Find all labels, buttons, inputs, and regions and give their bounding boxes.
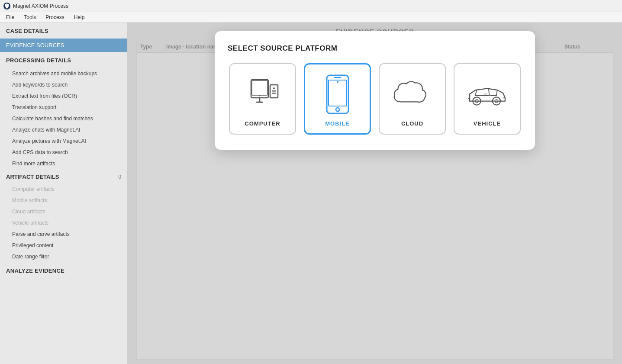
platform-options: COMPUTER xyxy=(228,63,522,135)
sidebar-item-extract-text[interactable]: Extract text from files (OCR) xyxy=(0,90,127,102)
platform-cloud[interactable]: CLOUD xyxy=(379,63,446,135)
app-icon xyxy=(3,3,10,10)
mobile-label: MOBILE xyxy=(325,120,350,127)
sidebar: CASE DETAILS EVIDENCE SOURCES PROCESSING… xyxy=(0,23,128,364)
svg-point-11 xyxy=(336,108,339,111)
modal-title: SELECT SOURCE PLATFORM xyxy=(228,44,522,53)
cloud-label: CLOUD xyxy=(401,120,423,127)
select-platform-modal: SELECT SOURCE PLATFORM xyxy=(215,31,535,150)
artifact-count: 0 xyxy=(118,174,121,180)
menu-process[interactable]: Process xyxy=(41,13,68,21)
platform-vehicle[interactable]: VEHICLE xyxy=(454,63,521,135)
sidebar-item-search-archives[interactable]: Search archives and mobile backups xyxy=(0,68,127,79)
svg-rect-7 xyxy=(272,90,276,92)
sidebar-item-privileged-content[interactable]: Privileged content xyxy=(0,240,127,251)
sidebar-item-date-range[interactable]: Date range filter xyxy=(0,251,127,262)
sidebar-item-cloud-artifacts: Cloud artifacts xyxy=(0,206,127,217)
app-title: Magnet AXIOM Process xyxy=(13,3,68,9)
sidebar-item-analyze-chats[interactable]: Analyze chats with Magnet.AI xyxy=(0,124,127,135)
vehicle-label: VEHICLE xyxy=(474,120,501,127)
sidebar-item-hashes[interactable]: Calculate hashes and find matches xyxy=(0,113,127,124)
computer-icon-area xyxy=(241,71,284,119)
svg-rect-8 xyxy=(272,93,276,94)
sidebar-item-evidence-sources[interactable]: EVIDENCE SOURCES xyxy=(0,39,127,52)
sidebar-item-cps-data[interactable]: Add CPS data to search xyxy=(0,147,127,158)
menu-file[interactable]: File xyxy=(2,13,19,21)
content-area: EVIDENCE SOURCES Type Image - location n… xyxy=(128,23,622,364)
sidebar-item-add-keywords[interactable]: Add keywords to search xyxy=(0,79,127,90)
computer-label: COMPUTER xyxy=(245,120,280,127)
sidebar-section-case-details[interactable]: CASE DETAILS xyxy=(0,23,127,39)
modal-overlay: SELECT SOURCE PLATFORM xyxy=(128,23,622,364)
platform-computer[interactable]: COMPUTER xyxy=(229,63,296,135)
artifact-section-label: ARTIFACT DETAILS xyxy=(6,174,59,180)
sidebar-item-parse-carve[interactable]: Parse and carve artifacts xyxy=(0,229,127,240)
platform-mobile[interactable]: MOBILE xyxy=(304,63,371,135)
mobile-icon-area xyxy=(316,71,359,119)
sidebar-section-artifact-details: ARTIFACT DETAILS 0 xyxy=(0,169,127,184)
sidebar-item-vehicle-artifacts: Vehicle artifacts xyxy=(0,217,127,229)
svg-point-4 xyxy=(259,95,260,97)
svg-rect-10 xyxy=(329,80,347,106)
svg-rect-1 xyxy=(252,81,267,95)
cloud-icon-area xyxy=(391,71,434,119)
sidebar-section-processing-details[interactable]: PROCESSING DETAILS xyxy=(0,52,127,68)
sidebar-item-computer-artifacts: Computer artifacts xyxy=(0,184,127,195)
titlebar: Magnet AXIOM Process xyxy=(0,0,622,12)
sidebar-item-mobile-artifacts: Mobile artifacts xyxy=(0,195,127,206)
menu-help[interactable]: Help xyxy=(70,13,89,21)
sidebar-section-analyze-evidence[interactable]: ANALYZE EVIDENCE xyxy=(0,262,127,278)
vehicle-icon-area xyxy=(466,71,509,119)
menubar: File Tools Process Help xyxy=(0,12,622,23)
svg-point-6 xyxy=(273,87,275,89)
menu-tools[interactable]: Tools xyxy=(19,13,40,21)
svg-point-13 xyxy=(337,81,338,83)
sidebar-item-translation[interactable]: Translation support xyxy=(0,102,127,113)
sidebar-item-find-artifacts[interactable]: Find more artifacts xyxy=(0,158,127,169)
main-layout: CASE DETAILS EVIDENCE SOURCES PROCESSING… xyxy=(0,23,622,364)
sidebar-item-analyze-pictures[interactable]: Analyze pictures with Magnet.AI xyxy=(0,135,127,147)
